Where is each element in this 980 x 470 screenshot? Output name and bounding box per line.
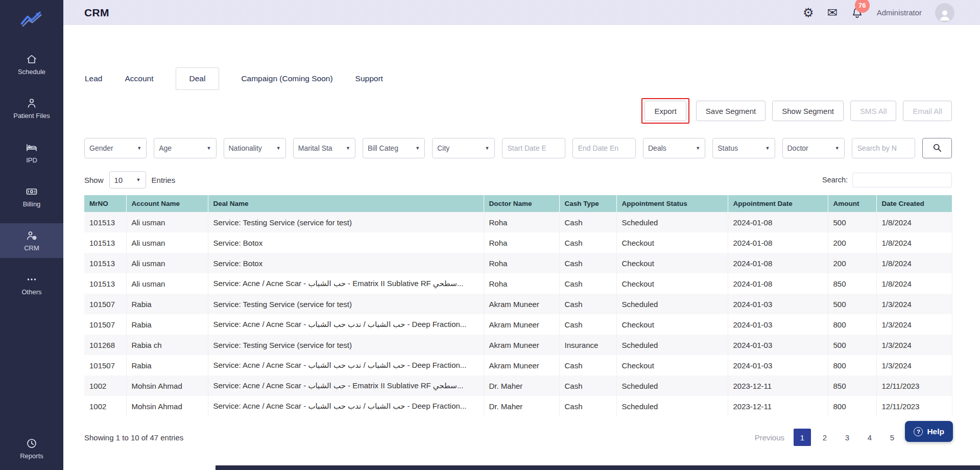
cell-mrno: 101513 <box>84 212 126 232</box>
settings-gear-icon[interactable]: ⚙ <box>803 7 814 19</box>
user-avatar[interactable] <box>935 3 954 22</box>
city-filter-dropdown[interactable]: City ▼ <box>432 138 494 158</box>
app-logo[interactable] <box>0 6 63 33</box>
cell-doctor-name: Roha <box>484 212 559 232</box>
cell-doctor-name: Roha <box>484 273 559 294</box>
cell-appointment-date: 2023-12-11 <box>728 396 828 416</box>
cell-deal-name: Service: Acne / Acne Scar - حب الشباب / … <box>208 355 484 375</box>
cell-appointment-status: Checkout <box>616 314 728 335</box>
sidebar-item-crm[interactable]: CRM <box>0 223 63 258</box>
cell-date-created: 12/11/2023 <box>876 375 952 396</box>
end-date-input[interactable] <box>572 138 636 158</box>
previous-page-link[interactable]: Previous <box>751 430 788 445</box>
age-filter-dropdown[interactable]: Age ▼ <box>154 138 216 158</box>
crm-tabs: Lead Account Deal Campaign (Coming Soon)… <box>84 67 952 90</box>
cell-appointment-status: Checkout <box>616 273 728 294</box>
page-number-5[interactable]: 5 <box>883 429 901 446</box>
column-header[interactable]: Account Name <box>126 195 208 212</box>
search-by-name-input[interactable] <box>852 138 915 158</box>
column-header[interactable]: Amount <box>828 195 876 212</box>
cell-cash-type: Cash <box>559 253 616 273</box>
column-header[interactable]: Appointment Date <box>728 195 828 212</box>
cell-account-name: Mohsin Ahmad <box>126 375 208 396</box>
sidebar-nav: Schedule Patient Files IPD Billing <box>0 47 63 470</box>
sms-all-button[interactable]: SMS All <box>850 101 897 121</box>
column-header[interactable]: Cash Type <box>559 195 616 212</box>
clock-icon <box>26 437 38 450</box>
cell-cash-type: Insurance <box>559 335 616 355</box>
cell-account-name: Rabia <box>126 294 208 314</box>
filter-search-button[interactable] <box>922 138 952 158</box>
cell-deal-name: Service: Testing Service (service for te… <box>208 294 484 314</box>
notifications-bell-icon[interactable]: 76 <box>851 6 864 19</box>
help-button[interactable]: ? Help <box>905 421 953 442</box>
mail-icon[interactable]: ✉ <box>827 7 838 19</box>
page-number-2[interactable]: 2 <box>816 429 833 446</box>
cell-cash-type: Cash <box>559 314 616 335</box>
email-all-button[interactable]: Email All <box>903 101 952 121</box>
save-segment-button[interactable]: Save Segment <box>696 101 766 121</box>
cell-appointment-status: Scheduled <box>616 294 728 314</box>
cell-appointment-date: 2024-01-08 <box>728 232 828 253</box>
user-menu-label[interactable]: Administrator <box>877 8 922 17</box>
start-date-input[interactable] <box>502 138 565 158</box>
status-filter-dropdown[interactable]: Status ▼ <box>712 138 775 158</box>
cell-date-created: 1/3/2024 <box>876 314 952 335</box>
column-header[interactable]: MrNO <box>84 195 126 212</box>
search-icon <box>932 143 942 154</box>
sidebar-item-reports[interactable]: Reports <box>0 431 63 466</box>
cell-doctor-name: Akram Muneer <box>484 335 559 355</box>
cell-doctor-name: Roha <box>484 232 559 253</box>
table-row: 101507 Rabia Service: Testing Service (s… <box>84 294 952 314</box>
chevron-down-icon: ▼ <box>136 177 141 182</box>
top-header: CRM ⚙ ✉ 76 Administrator <box>63 0 980 25</box>
tab-deal[interactable]: Deal <box>176 67 220 90</box>
column-header[interactable]: Appointment Status <box>616 195 728 212</box>
tab-lead[interactable]: Lead <box>84 67 103 90</box>
chevron-down-icon: ▼ <box>413 146 420 151</box>
show-segment-button[interactable]: Show Segment <box>772 101 844 121</box>
column-header[interactable]: Doctor Name <box>484 195 559 212</box>
page-number-4[interactable]: 4 <box>861 429 878 446</box>
bill-category-filter-dropdown[interactable]: Bill Categ ▼ <box>363 138 425 158</box>
app-root: Schedule Patient Files IPD Billing <box>0 0 980 470</box>
banknote-icon <box>26 185 38 198</box>
cell-mrno: 101507 <box>84 294 126 314</box>
cell-deal-name: Service: Botox <box>208 232 484 253</box>
deals-filter-dropdown[interactable]: Deals ▼ <box>643 138 705 158</box>
nationality-filter-dropdown[interactable]: Nationality ▼ <box>224 138 286 158</box>
gender-filter-dropdown[interactable]: Gender ▼ <box>84 138 147 158</box>
sidebar-item-ipd[interactable]: IPD <box>0 135 63 170</box>
chevron-down-icon: ▼ <box>763 146 770 151</box>
sidebar-item-billing[interactable]: Billing <box>0 179 63 214</box>
table-search-input[interactable] <box>852 173 952 187</box>
cell-appointment-status: Checkout <box>616 355 728 375</box>
table-search-control: Search: <box>822 173 952 187</box>
column-header[interactable]: Deal Name <box>208 195 484 212</box>
page-size-control: Show 10 ▼ Entries <box>84 171 175 189</box>
sidebar-item-patient-files[interactable]: Patient Files <box>0 91 63 126</box>
cell-appointment-status: Scheduled <box>616 335 728 355</box>
cell-deal-name: Service: Testing Service (service for te… <box>208 335 484 355</box>
tab-account[interactable]: Account <box>124 67 154 90</box>
tab-support[interactable]: Support <box>355 67 384 90</box>
pagination: Previous 12345 <box>751 429 901 446</box>
cell-cash-type: Cash <box>559 212 616 232</box>
export-button[interactable]: Export <box>644 101 686 121</box>
filter-label: Nationality <box>229 144 262 152</box>
tab-label: Deal <box>189 74 206 83</box>
column-header[interactable]: Date Created <box>876 195 952 212</box>
page-size-select[interactable]: 10 ▼ <box>109 171 146 189</box>
tab-campaign[interactable]: Campaign (Coming Soon) <box>241 67 333 90</box>
page-number-3[interactable]: 3 <box>839 429 856 446</box>
help-label: Help <box>927 427 944 436</box>
doctor-filter-dropdown[interactable]: Doctor ▼ <box>782 138 845 158</box>
marital-status-filter-dropdown[interactable]: Marital Sta ▼ <box>293 138 355 158</box>
sidebar-item-others[interactable]: Others <box>0 267 63 302</box>
cell-doctor-name: Akram Muneer <box>484 355 559 375</box>
tab-label: Support <box>355 74 383 83</box>
page-number-1[interactable]: 1 <box>794 429 811 446</box>
sidebar-item-schedule[interactable]: Schedule <box>0 47 63 82</box>
cell-date-created: 12/11/2023 <box>876 396 952 416</box>
export-highlight-annotation: Export <box>641 98 689 124</box>
